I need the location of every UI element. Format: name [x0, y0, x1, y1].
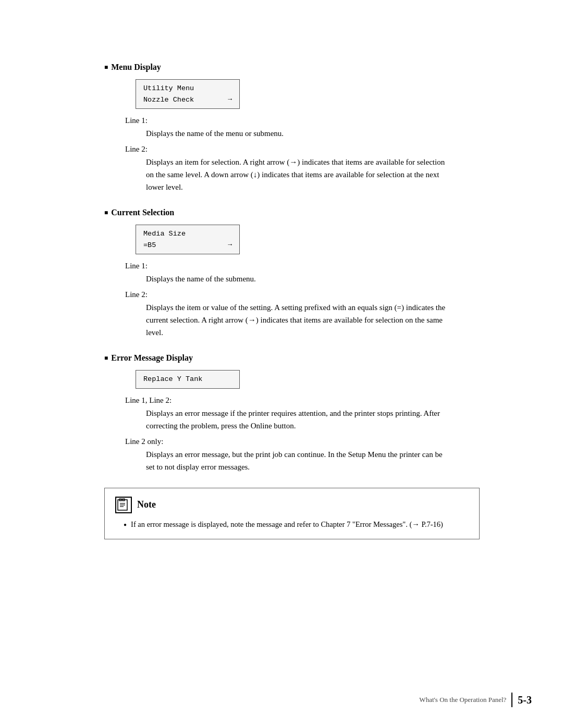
current-lcd-line2-text: =B5 — [143, 240, 156, 251]
note-title: Note — [137, 499, 156, 510]
footer: What's On the Operation Panel? 5-3 — [419, 693, 532, 707]
menu-line1-label: Line 1: — [125, 116, 480, 125]
note-item-1-text: If an error message is displayed, note t… — [131, 519, 443, 530]
menu-line2-desc: Displays an item for selection. A right … — [146, 156, 448, 193]
note-box: Note If an error message is displayed, n… — [104, 488, 480, 539]
footer-page-number: 5-3 — [518, 694, 532, 706]
note-icon-svg — [116, 498, 131, 512]
current-selection-section: Current Selection Media Size =B5 → Line … — [104, 208, 480, 339]
menu-display-title: Menu Display — [111, 63, 161, 72]
note-icon — [115, 497, 132, 513]
current-selection-heading: Current Selection — [104, 208, 480, 217]
footer-divider — [511, 693, 512, 707]
current-selection-title: Current Selection — [111, 208, 174, 217]
lcd-line1-text: Utility Menu — [143, 83, 194, 94]
menu-line2-label: Line 2: — [125, 145, 480, 154]
error-line2only-label: Line 2 only: — [125, 437, 480, 446]
current-line2-label: Line 2: — [125, 290, 480, 299]
note-header: Note — [115, 497, 469, 513]
lcd-line2-arrow: → — [228, 94, 232, 105]
error-message-section: Error Message Display Replace Y Tank Lin… — [104, 353, 480, 473]
error-message-lcd: Replace Y Tank — [136, 370, 240, 389]
error-line12-label: Line 1, Line 2: — [125, 396, 480, 405]
current-lcd-line2: =B5 → — [143, 240, 232, 251]
error-message-title: Error Message Display — [111, 353, 193, 363]
current-line2-desc: Displays the item or value of the settin… — [146, 301, 448, 339]
menu-line1-desc: Displays the name of the menu or submenu… — [146, 127, 448, 140]
current-line1-desc: Displays the name of the submenu. — [146, 273, 448, 285]
error-message-heading: Error Message Display — [104, 353, 480, 363]
current-line1-label: Line 1: — [125, 262, 480, 270]
lcd-line2-text: Nozzle Check — [143, 94, 194, 106]
error-line2only-desc: Displays an error message, but the print… — [146, 448, 448, 473]
error-lcd-line1: Replace Y Tank — [143, 374, 232, 385]
error-line12-desc: Displays an error message if the printer… — [146, 407, 448, 432]
footer-text: What's On the Operation Panel? — [419, 696, 506, 704]
lcd-line1: Utility Menu — [143, 83, 232, 94]
current-lcd-line2-arrow: → — [228, 240, 232, 251]
current-lcd-line1-text: Media Size — [143, 228, 186, 240]
menu-display-heading: Menu Display — [104, 63, 480, 72]
note-item-1: If an error message is displayed, note t… — [124, 519, 469, 530]
lcd-line2: Nozzle Check → — [143, 94, 232, 106]
current-lcd-line1: Media Size — [143, 228, 232, 240]
menu-display-section: Menu Display Utility Menu Nozzle Check →… — [104, 63, 480, 193]
error-lcd-line1-text: Replace Y Tank — [143, 374, 202, 385]
current-selection-lcd: Media Size =B5 → — [136, 225, 240, 254]
menu-display-lcd: Utility Menu Nozzle Check → — [136, 79, 240, 109]
